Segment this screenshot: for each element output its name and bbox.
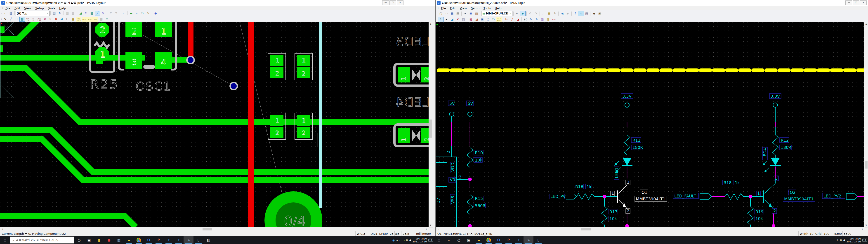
- open-icon[interactable]: ▱: [444, 11, 449, 16]
- menu-edit[interactable]: Edit: [448, 6, 458, 10]
- scroll-thumb[interactable]: [581, 228, 591, 231]
- layout-vscrollbar[interactable]: ▲ ▼: [429, 22, 433, 227]
- layer-dropdown[interactable]: (H) Top ∨: [16, 11, 50, 16]
- taskbar-search[interactable]: ⌕ 검색하려면 여기에 입력하십시오.: [10, 237, 74, 244]
- menu-setup[interactable]: Setup: [469, 6, 482, 10]
- app-pinned-2[interactable]: ●: [104, 236, 114, 244]
- auto1-icon[interactable]: AUTO: [82, 17, 87, 22]
- app-pads-1[interactable]: ♪: [514, 236, 524, 244]
- add-pin-icon[interactable]: ⊢: [504, 17, 509, 22]
- menu-setup[interactable]: Setup: [33, 6, 46, 10]
- app-document[interactable]: ▯: [533, 236, 544, 244]
- renumber-auto-icon[interactable]: U1-n AUTO: [496, 17, 502, 22]
- menu-edit[interactable]: Edit: [12, 6, 22, 10]
- rotate-icon[interactable]: ↻: [140, 11, 145, 16]
- text-icon[interactable]: ab: [523, 17, 528, 22]
- move-icon[interactable]: ＋: [444, 17, 449, 22]
- pencil-icon[interactable]: ✎: [528, 17, 534, 22]
- save-icon[interactable]: ▦: [8, 11, 13, 16]
- app-pads-logic[interactable]: ∿: [524, 236, 533, 244]
- new-icon[interactable]: ▢: [438, 11, 443, 16]
- sheet-prop-icon[interactable]: ▦: [546, 11, 552, 16]
- scroll-up-icon[interactable]: ▲: [864, 22, 868, 26]
- app-powerpoint[interactable]: P: [504, 236, 514, 244]
- select-arrow-icon[interactable]: ↖: [2, 17, 8, 22]
- add-connection-icon[interactable]: ◢: [474, 17, 479, 22]
- scroll-left-icon[interactable]: ◄: [0, 227, 4, 231]
- auto2-icon[interactable]: AUTO: [87, 17, 93, 22]
- pad-ext[interactable]: [104, 55, 115, 61]
- multi-select-icon[interactable]: ∷: [14, 17, 19, 22]
- tools-icon[interactable]: ◆: [591, 11, 597, 16]
- redraw-icon[interactable]: ↻: [57, 11, 63, 16]
- app-pinned-1[interactable]: ▮: [94, 236, 104, 244]
- scroll-down-icon[interactable]: ▼: [429, 224, 432, 227]
- help-tray-icon[interactable]: ◉: [393, 239, 395, 242]
- open-icon[interactable]: ▱: [2, 11, 8, 16]
- undo-icon[interactable]: ↶: [528, 11, 533, 16]
- app-pads-2[interactable]: ♪: [174, 236, 184, 244]
- minimize-button[interactable]: —: [382, 0, 389, 5]
- pad-ext[interactable]: [96, 60, 103, 64]
- brush-icon[interactable]: ✎: [552, 11, 557, 16]
- camera1-icon[interactable]: ▦: [65, 11, 70, 16]
- taskbar-clock[interactable]: 오후 3:26 2021-03-26: [412, 237, 427, 243]
- add-route-icon[interactable]: ╱: [95, 11, 100, 16]
- pads-router-link-icon[interactable]: ∿: [578, 11, 584, 16]
- gnd-vcc-icon[interactable]: Gnd Vcc: [25, 17, 31, 22]
- menu-help[interactable]: Help: [493, 6, 504, 10]
- delete-trace-icon[interactable]: ✕: [42, 17, 48, 22]
- redo-icon[interactable]: ↷: [533, 11, 539, 16]
- libraries-icon[interactable]: ◆: [153, 11, 158, 16]
- via[interactable]: [186, 56, 195, 64]
- swap-ref-icon[interactable]: U1 U2: [31, 17, 36, 22]
- select-mode-icon[interactable]: ↖: [515, 11, 520, 16]
- cortana-button[interactable]: ○: [454, 236, 464, 244]
- library-icon[interactable]: ▥: [539, 17, 545, 22]
- pads-layout-link-icon[interactable]: ♪: [572, 11, 578, 16]
- pcb-canvas[interactable]: 2 1 R25 2 1 3 4 OSC1: [0, 22, 429, 227]
- task-view-button[interactable]: ▣: [84, 236, 94, 244]
- add-pin-icon[interactable]: ⊢: [65, 17, 70, 22]
- swap-gate-icon[interactable]: 7400 7410: [36, 17, 42, 22]
- scroll-right-icon[interactable]: ►: [425, 227, 429, 231]
- trace-cyan[interactable]: [319, 22, 322, 208]
- swap-ref-icon[interactable]: U1 U2: [485, 17, 491, 22]
- transistor-q1[interactable]: [617, 190, 618, 203]
- properties-icon[interactable]: ▤: [52, 11, 57, 16]
- scroll-thumb[interactable]: [429, 120, 432, 138]
- swap-pins-icon[interactable]: ⇄: [59, 17, 64, 22]
- zoom-window-icon[interactable]: ⌕: [134, 11, 140, 16]
- add-sheet-icon[interactable]: ▣: [479, 17, 485, 22]
- verify-icon[interactable]: ◢: [78, 11, 83, 16]
- camera2-icon[interactable]: ▦: [70, 11, 76, 16]
- cluster-icon[interactable]: ∷: [84, 11, 89, 16]
- renumber-auto-icon[interactable]: U1-n AUTO: [76, 17, 81, 22]
- attributes-icon[interactable]: ▦: [545, 17, 551, 22]
- app-outlook[interactable]: O: [144, 236, 154, 244]
- app-file-explorer[interactable]: ▰: [124, 236, 134, 244]
- redo-icon[interactable]: ↷: [114, 11, 119, 16]
- app-calculator[interactable]: ▦: [114, 236, 124, 244]
- taskbar-clock[interactable]: 오후 3:26 2021-03-26: [846, 237, 861, 243]
- trace-red[interactable]: [188, 22, 193, 58]
- copy-move-icon[interactable]: ◢: [450, 17, 455, 22]
- drag-mode-icon[interactable]: ▶: [520, 11, 526, 16]
- menu-help[interactable]: Help: [57, 6, 68, 10]
- scroll-down-icon[interactable]: ▼: [864, 224, 868, 227]
- fanout-icon[interactable]: ✳: [100, 11, 106, 16]
- cut-icon[interactable]: ✂: [463, 11, 468, 16]
- trace-stub[interactable]: [0, 45, 3, 52]
- menu-tools[interactable]: Tools: [482, 6, 493, 10]
- scroll-up-icon[interactable]: ▲: [429, 22, 432, 26]
- volume-muted-icon[interactable]: ✕: [840, 239, 842, 241]
- logic-titlebar[interactable]: ♪ C:₩Users₩SNS01₩Desktop₩MMI_200805.sch*…: [436, 0, 868, 6]
- bus-pencil-icon[interactable]: ✎: [534, 17, 539, 22]
- cortana-button[interactable]: ○: [74, 236, 84, 244]
- trace-red[interactable]: [248, 22, 254, 227]
- maximize-button[interactable]: ▢: [390, 0, 396, 5]
- move-pin-icon[interactable]: ◢: [515, 17, 521, 22]
- scroll-thumb[interactable]: [203, 228, 212, 231]
- close-button[interactable]: ✕: [397, 0, 403, 5]
- align-icon[interactable]: ▩: [98, 17, 104, 22]
